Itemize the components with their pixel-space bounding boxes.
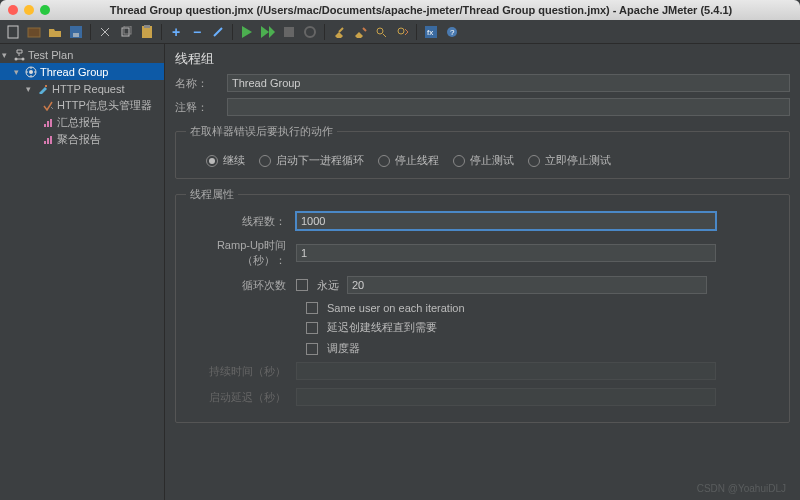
close-window-button[interactable] bbox=[8, 5, 18, 15]
tree-root[interactable]: ▾ Test Plan bbox=[0, 46, 164, 63]
paste-icon[interactable] bbox=[138, 23, 156, 41]
svg-rect-21 bbox=[44, 124, 46, 127]
collapse-icon[interactable]: − bbox=[188, 23, 206, 41]
svg-text:fx: fx bbox=[427, 28, 433, 37]
open-icon[interactable] bbox=[46, 23, 64, 41]
start-icon[interactable] bbox=[238, 23, 256, 41]
templates-icon[interactable] bbox=[25, 23, 43, 41]
threads-label: 线程数： bbox=[186, 214, 296, 229]
report-icon bbox=[42, 117, 54, 129]
tree-root-label: Test Plan bbox=[28, 49, 73, 61]
svg-point-19 bbox=[29, 70, 33, 74]
svg-rect-25 bbox=[47, 138, 49, 144]
watermark: CSDN @YoahuiDLJ bbox=[697, 483, 786, 494]
startup-delay-label: 启动延迟（秒） bbox=[186, 390, 296, 405]
same-user-checkbox[interactable]: Same user on each iteration bbox=[186, 302, 779, 314]
scheduler-checkbox[interactable]: 调度器 bbox=[186, 341, 779, 356]
new-icon[interactable] bbox=[4, 23, 22, 41]
radio-start-next-loop[interactable]: 启动下一进程循环 bbox=[259, 153, 364, 168]
thread-props-legend: 线程属性 bbox=[186, 187, 238, 202]
tree-aggregate-report[interactable]: 聚合报告 bbox=[0, 131, 164, 148]
loop-input[interactable] bbox=[347, 276, 707, 294]
svg-point-9 bbox=[305, 27, 315, 37]
save-icon[interactable] bbox=[67, 23, 85, 41]
name-input[interactable] bbox=[227, 74, 790, 92]
config-icon bbox=[42, 100, 54, 112]
tree-item-label: HTTP信息头管理器 bbox=[57, 98, 152, 113]
svg-rect-5 bbox=[124, 26, 131, 34]
tree-summary-report[interactable]: 汇总报告 bbox=[0, 114, 164, 131]
zoom-window-button[interactable] bbox=[40, 5, 50, 15]
start-no-pause-icon[interactable] bbox=[259, 23, 277, 41]
tree-item-label: HTTP Request bbox=[52, 83, 125, 95]
tree-thread-group[interactable]: ▾ Thread Group bbox=[0, 63, 164, 80]
svg-rect-24 bbox=[44, 141, 46, 144]
rampup-input[interactable] bbox=[296, 244, 716, 262]
startup-delay-input bbox=[296, 388, 716, 406]
expand-icon[interactable]: + bbox=[167, 23, 185, 41]
clear-icon[interactable] bbox=[330, 23, 348, 41]
thread-props-fieldset: 线程属性 线程数： Ramp-Up时间（秒）： 循环次数 永远 Same use… bbox=[175, 187, 790, 423]
tree-header-manager[interactable]: HTTP信息头管理器 bbox=[0, 97, 164, 114]
minimize-window-button[interactable] bbox=[24, 5, 34, 15]
svg-rect-4 bbox=[122, 28, 129, 36]
svg-rect-3 bbox=[73, 33, 79, 37]
duration-label: 持续时间（秒） bbox=[186, 364, 296, 379]
help-icon[interactable]: ? bbox=[443, 23, 461, 41]
function-helper-icon[interactable]: fx bbox=[422, 23, 440, 41]
on-error-fieldset: 在取样器错误后要执行的动作 继续 启动下一进程循环 停止线程 停止测试 立即停止… bbox=[175, 124, 790, 179]
stop-icon[interactable] bbox=[280, 23, 298, 41]
testplan-icon bbox=[13, 49, 25, 61]
test-plan-tree[interactable]: ▾ Test Plan ▾ Thread Group ▾ HTTP Reques… bbox=[0, 44, 165, 500]
shutdown-icon[interactable] bbox=[301, 23, 319, 41]
radio-stop-test[interactable]: 停止测试 bbox=[453, 153, 514, 168]
delay-create-checkbox[interactable]: 延迟创建线程直到需要 bbox=[186, 320, 779, 335]
tree-http-request[interactable]: ▾ HTTP Request bbox=[0, 80, 164, 97]
clear-all-icon[interactable] bbox=[351, 23, 369, 41]
duration-input bbox=[296, 362, 716, 380]
comment-input[interactable] bbox=[227, 98, 790, 116]
svg-rect-0 bbox=[8, 26, 18, 38]
window-titlebar: Thread Group question.jmx (/Users/mac/Do… bbox=[0, 0, 800, 20]
search-icon[interactable] bbox=[372, 23, 390, 41]
window-title: Thread Group question.jmx (/Users/mac/Do… bbox=[50, 4, 792, 16]
copy-icon[interactable] bbox=[117, 23, 135, 41]
svg-rect-8 bbox=[284, 27, 294, 37]
svg-rect-7 bbox=[144, 25, 150, 28]
reset-search-icon[interactable] bbox=[393, 23, 411, 41]
name-label: 名称： bbox=[175, 76, 221, 91]
panel-title: 线程组 bbox=[175, 50, 790, 68]
radio-stop-test-now[interactable]: 立即停止测试 bbox=[528, 153, 611, 168]
svg-point-11 bbox=[398, 28, 404, 34]
report-icon bbox=[42, 134, 54, 146]
loop-label: 循环次数 bbox=[186, 278, 296, 293]
main-toolbar: + − fx ? bbox=[0, 20, 800, 44]
svg-text:?: ? bbox=[450, 28, 455, 37]
threadgroup-icon bbox=[25, 66, 37, 78]
svg-point-17 bbox=[21, 57, 24, 60]
toggle-icon[interactable] bbox=[209, 23, 227, 41]
svg-point-10 bbox=[377, 28, 383, 34]
radio-continue[interactable]: 继续 bbox=[206, 153, 245, 168]
svg-rect-1 bbox=[28, 28, 40, 37]
svg-rect-26 bbox=[50, 136, 52, 144]
cut-icon[interactable] bbox=[96, 23, 114, 41]
on-error-legend: 在取样器错误后要执行的动作 bbox=[186, 124, 337, 139]
svg-rect-23 bbox=[50, 119, 52, 127]
tree-item-label: 汇总报告 bbox=[57, 115, 101, 130]
editor-panel: 线程组 名称： 注释： 在取样器错误后要执行的动作 继续 启动下一进程循环 停止… bbox=[165, 44, 800, 500]
svg-rect-22 bbox=[47, 121, 49, 127]
radio-stop-thread[interactable]: 停止线程 bbox=[378, 153, 439, 168]
comment-label: 注释： bbox=[175, 100, 221, 115]
svg-rect-20 bbox=[45, 85, 47, 87]
tree-item-label: Thread Group bbox=[40, 66, 108, 78]
forever-checkbox[interactable]: 永远 bbox=[296, 278, 339, 293]
sampler-icon bbox=[37, 83, 49, 95]
tree-item-label: 聚合报告 bbox=[57, 132, 101, 147]
svg-point-16 bbox=[14, 57, 17, 60]
threads-input[interactable] bbox=[296, 212, 716, 230]
rampup-label: Ramp-Up时间（秒）： bbox=[186, 238, 296, 268]
